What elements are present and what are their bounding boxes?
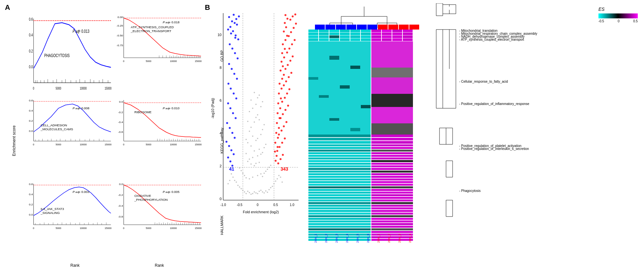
- svg-point-339: [229, 43, 231, 45]
- svg-point-263: [245, 177, 247, 178]
- svg-point-359: [281, 142, 283, 144]
- svg-text:10000: 10000: [80, 143, 87, 146]
- svg-rect-580: [371, 231, 413, 233]
- svg-rect-545: [308, 186, 371, 188]
- svg-text:RIBOSOME: RIBOSOME: [134, 111, 151, 114]
- svg-point-318: [228, 145, 230, 147]
- svg-point-303: [247, 121, 248, 122]
- svg-text:15000: 15000: [195, 227, 202, 230]
- svg-rect-527: [308, 163, 371, 165]
- svg-point-360: [284, 137, 286, 139]
- svg-point-296: [250, 127, 252, 128]
- svg-text:-log10 (Padj): -log10 (Padj): [211, 98, 215, 119]
- svg-point-283: [254, 150, 255, 152]
- svg-point-311: [259, 94, 260, 96]
- svg-text:15000: 15000: [105, 143, 111, 146]
- svg-point-410: [283, 74, 285, 76]
- svg-rect-531: [308, 168, 371, 170]
- svg-text:= 0.013: = 0.013: [79, 29, 89, 34]
- svg-point-265: [265, 171, 266, 172]
- svg-point-383: [291, 43, 293, 45]
- svg-rect-522: [371, 155, 413, 157]
- svg-point-406: [278, 93, 280, 94]
- svg-rect-450: [399, 25, 409, 30]
- category-label-hallmark: HALLMARK: [220, 216, 224, 235]
- svg-text:10000: 10000: [170, 143, 177, 146]
- svg-text:5000: 5000: [146, 143, 151, 146]
- svg-rect-496: [340, 85, 350, 89]
- svg-point-324: [235, 117, 237, 119]
- gsea-plot-il6-jak-stat3: 0.6 0.4 0.2 0.0 0 5000 10000 15000: [23, 180, 112, 262]
- svg-rect-494: [350, 66, 360, 69]
- svg-point-268: [242, 173, 244, 174]
- svg-text:24m_1: 24m_1: [314, 234, 317, 243]
- svg-rect-442: [315, 25, 325, 30]
- legend-section: ES -0.5 0 0.5: [597, 3, 644, 268]
- svg-rect-569: [308, 218, 371, 220]
- svg-rect-576: [371, 226, 413, 228]
- svg-text:15000: 15000: [105, 227, 111, 230]
- svg-point-399: [278, 127, 280, 129]
- svg-point-347: [238, 15, 240, 17]
- category-label-gobp: GO.BP: [220, 50, 224, 62]
- svg-rect-504: [371, 94, 413, 107]
- svg-rect-567: [308, 215, 371, 217]
- svg-text:0: 0: [257, 203, 259, 207]
- svg-rect-491: [403, 38, 413, 41]
- x-axis-label-right: Rank: [155, 263, 164, 268]
- svg-point-353: [234, 37, 236, 39]
- svg-rect-544: [371, 184, 413, 186]
- svg-point-249: [234, 180, 235, 181]
- svg-point-285: [245, 153, 247, 154]
- svg-point-325: [232, 112, 234, 114]
- svg-rect-484: [329, 38, 339, 41]
- svg-text:IL6_JAK_STAT3: IL6_JAK_STAT3: [41, 207, 64, 211]
- svg-point-335: [228, 63, 230, 65]
- heatmap-label-inflammatory: - Positive_regulation_of_inflammatory_re…: [459, 103, 537, 105]
- svg-point-305: [252, 108, 253, 109]
- svg-rect-579: [308, 231, 371, 233]
- svg-point-355: [280, 158, 282, 160]
- svg-point-244: [272, 186, 273, 187]
- svg-point-280: [257, 155, 258, 156]
- svg-point-257: [280, 177, 281, 178]
- svg-text:P: P: [72, 107, 75, 110]
- gsea-plot-ribosome: 0.0 -0.2 -0.4 -0.6 0 5000 10000 15000: [113, 97, 202, 179]
- svg-point-322: [229, 127, 231, 129]
- svg-text:0.0: 0.0: [29, 213, 33, 216]
- heatmap-label-atp: - ATP_synthesis_coupled_electron_transpo…: [459, 38, 537, 41]
- svg-rect-497: [319, 95, 329, 98]
- svg-text:28m_2: 28m_2: [387, 234, 391, 243]
- svg-point-288: [265, 144, 266, 145]
- svg-point-262: [262, 176, 263, 177]
- svg-point-381: [286, 52, 288, 53]
- svg-point-289: [247, 142, 248, 143]
- svg-point-404: [277, 102, 279, 104]
- svg-text:0.2: 0.2: [29, 203, 33, 206]
- svg-point-235: [245, 193, 247, 194]
- svg-rect-536: [371, 173, 413, 175]
- svg-point-259: [257, 175, 258, 176]
- svg-rect-456: [350, 30, 360, 32]
- svg-rect-577: [308, 228, 371, 230]
- svg-point-333: [233, 73, 235, 75]
- svg-point-246: [273, 183, 275, 184]
- svg-text:10000: 10000: [170, 60, 177, 63]
- svg-rect-508: [371, 135, 413, 137]
- svg-rect-457: [361, 30, 371, 32]
- svg-point-320: [234, 137, 236, 139]
- svg-text:-0.4: -0.4: [118, 121, 123, 124]
- svg-point-350: [236, 24, 238, 26]
- svg-rect-485: [340, 38, 350, 41]
- svg-point-239: [242, 190, 244, 191]
- svg-text:5000: 5000: [56, 86, 61, 90]
- svg-point-336: [237, 57, 239, 59]
- svg-rect-553: [308, 197, 371, 199]
- svg-point-388: [295, 23, 297, 25]
- svg-text:0.4: 0.4: [29, 193, 33, 196]
- svg-point-395: [277, 146, 279, 148]
- svg-point-337: [234, 52, 236, 54]
- svg-rect-463: [319, 32, 329, 35]
- svg-text:24m_5: 24m_5: [356, 234, 359, 243]
- svg-rect-523: [308, 157, 371, 159]
